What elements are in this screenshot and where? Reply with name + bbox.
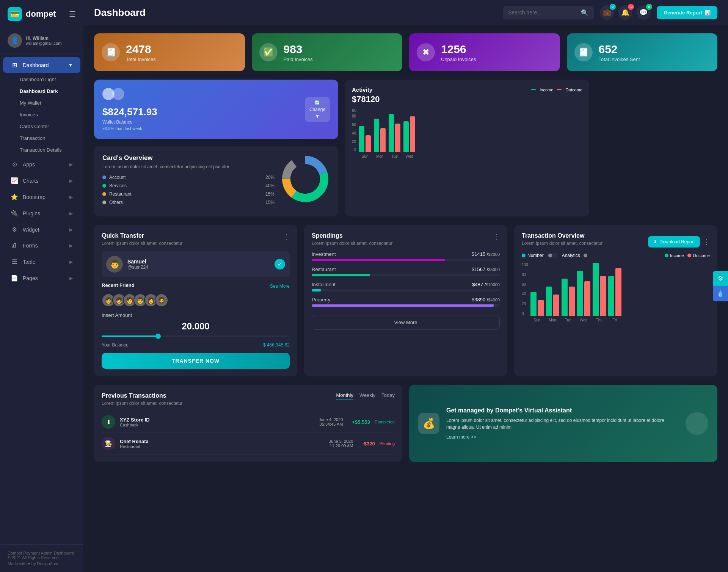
tab-weekly[interactable]: Weekly: [359, 392, 375, 400]
topbar: Dashboard 🔍 💼2 🔔12 💬8 Generate Report 📊: [83, 0, 728, 25]
restaurant-label: Restaurant: [109, 191, 132, 197]
sub-item-dashboard-light[interactable]: Dashboard Light: [0, 74, 83, 85]
wallet-change-button[interactable]: 🔄 Change ▼: [305, 97, 330, 122]
tx-name-chef: Chef Renata: [120, 439, 149, 444]
message-btn[interactable]: 💬8: [636, 5, 651, 20]
services-pct: 40%: [265, 183, 275, 188]
quick-transfer-menu[interactable]: ⋮: [283, 232, 290, 241]
number-label: Number: [527, 253, 544, 258]
quick-transfer-title: Quick Transfer: [102, 232, 182, 239]
floating-buttons: ⚙ 💧: [713, 271, 728, 301]
floating-settings-button[interactable]: ⚙: [713, 271, 728, 286]
tx-overview-menu[interactable]: ⋮: [703, 238, 710, 246]
sidebar-label-widget: Widget: [23, 227, 39, 233]
generate-report-label: Generate Report: [664, 10, 702, 16]
paid-invoices-label: Paid Invoices: [284, 56, 313, 62]
sidebar-item-bootstrap[interactable]: ⭐ Bootstrap ▶: [3, 189, 80, 205]
sidebar-item-apps[interactable]: ⊙ Apps ▶: [3, 157, 80, 172]
sidebar-item-forms[interactable]: 🖨 Forms ▶: [3, 238, 80, 253]
others-dot: [102, 201, 106, 204]
sub-item-my-wallet[interactable]: My Wallet: [0, 97, 83, 109]
page-title: Dashboard: [94, 7, 497, 19]
chevron-right-icon: ▶: [69, 276, 73, 281]
insert-amount-label: Insert Amount: [102, 312, 290, 318]
tx-overview-title: Transaction Overview: [522, 232, 602, 239]
investment-label: Investment: [312, 251, 336, 257]
transaction-overview: Transaction Overview Lorem ipsum dolor s…: [514, 225, 717, 376]
amount-slider[interactable]: [102, 335, 290, 337]
droplet-icon: 💧: [717, 290, 724, 297]
stat-card-sent-invoices: 🧾 652 Total Invoices Sent: [567, 33, 718, 71]
sent-invoices-value: 652: [599, 43, 640, 56]
wed-outcome-bar: [410, 116, 415, 152]
sidebar-label-charts: Charts: [23, 178, 38, 184]
sidebar-item-charts[interactable]: 📈 Charts ▶: [3, 173, 80, 188]
tx-bar-chart: [530, 263, 710, 316]
outcome-dot: [687, 254, 691, 257]
sidebar-item-table[interactable]: ☰ Table ▶: [3, 254, 80, 270]
services-dot: [102, 184, 106, 188]
see-more-link[interactable]: See More: [270, 284, 290, 289]
download-report-button[interactable]: ⬇ Download Report: [648, 236, 700, 248]
generate-report-button[interactable]: Generate Report 📊: [657, 6, 717, 19]
installment-bar: [312, 289, 500, 291]
tx-amount-chef: -$320: [362, 441, 375, 447]
floating-theme-button[interactable]: 💧: [713, 286, 728, 301]
search-input[interactable]: [508, 9, 578, 16]
chevron-right-icon: ▶: [69, 243, 73, 248]
investment-bar: [312, 259, 500, 261]
tx-name-xyz: XYZ Store ID: [120, 417, 150, 423]
sub-item-cards-center[interactable]: Cards Center: [0, 121, 83, 132]
tx-type-chef: Restaurant: [120, 444, 149, 449]
user-name: William: [33, 36, 49, 41]
plugins-icon: 🔌: [11, 210, 18, 217]
hamburger-menu[interactable]: ☰: [69, 9, 76, 19]
stat-cards-row: 🧾 2478 Total Invoices ✅ 983 Paid Invoice…: [94, 33, 717, 71]
installment-amount: $487 /$10000: [472, 282, 500, 287]
tx-label-tue: Tue: [562, 318, 575, 322]
activity-title: Activity: [352, 86, 372, 93]
tab-monthly[interactable]: Monthly: [336, 392, 353, 400]
restaurant-label: Restaurant: [312, 266, 336, 272]
transfer-now-button[interactable]: TRANSFER NOW: [102, 353, 290, 369]
bar-group-tue: [389, 114, 400, 152]
account-dot: [102, 176, 106, 179]
chevron-down-icon: ▼: [68, 63, 73, 68]
tx-bar-wed: [577, 271, 590, 316]
sidebar-item-dashboard[interactable]: ⊞ Dashboard ▼: [3, 57, 80, 73]
sub-item-invoices[interactable]: Invoices: [0, 109, 83, 121]
spendings-menu[interactable]: ⋮: [493, 232, 500, 241]
legend-others: Others 15%: [102, 200, 275, 205]
view-more-button[interactable]: View More: [312, 315, 500, 330]
tx-bar-tue: [562, 279, 575, 316]
overview-title: Card's Overview: [102, 154, 275, 162]
income-legend-label: Income: [670, 253, 684, 258]
sub-item-dashboard-dark[interactable]: Dashboard Dark: [0, 85, 83, 97]
recent-friends-avatars: 👩 👧 🧑 👨 👩 🧔: [102, 293, 290, 307]
briefcase-btn[interactable]: 💼2: [600, 5, 614, 20]
sub-item-transaction[interactable]: Transaction: [0, 132, 83, 144]
paid-invoices-value: 983: [284, 43, 313, 56]
spendings-title: Spendings: [312, 232, 392, 239]
analytics-toggle[interactable]: [548, 253, 558, 258]
sidebar-item-pages[interactable]: 📄 Pages ▶: [3, 270, 80, 286]
sidebar-item-widget[interactable]: ⚙ Widget ▶: [3, 222, 80, 237]
tab-today[interactable]: Today: [381, 392, 395, 400]
outcome-legend: Outcome: [687, 253, 710, 258]
wed-income-bar: [403, 121, 409, 152]
user-email: william@gmail.com: [26, 41, 61, 45]
bell-btn[interactable]: 🔔12: [618, 5, 632, 20]
va-learn-more-link[interactable]: Learn more >>: [446, 434, 679, 440]
sub-item-transaction-details[interactable]: Transaction Details: [0, 144, 83, 156]
recent-friend-label: Recent Friend: [102, 282, 135, 288]
bar-label-sun: Sun: [359, 154, 371, 158]
total-invoices-label: Total Invoices: [126, 56, 156, 62]
tx-label-thu: Thu: [593, 318, 606, 322]
bar-group-sun: [359, 126, 371, 152]
tx-tabs: Monthly Weekly Today: [336, 392, 395, 400]
spendings: Spendings Lorem ipsum dolor sit amet, co…: [304, 225, 507, 376]
tue-outcome-bar: [395, 124, 400, 152]
sidebar-item-plugins[interactable]: 🔌 Plugins ▶: [3, 205, 80, 221]
installment-label: Installment: [312, 282, 336, 287]
prev-tx-title: Previous Transactions: [102, 392, 182, 399]
